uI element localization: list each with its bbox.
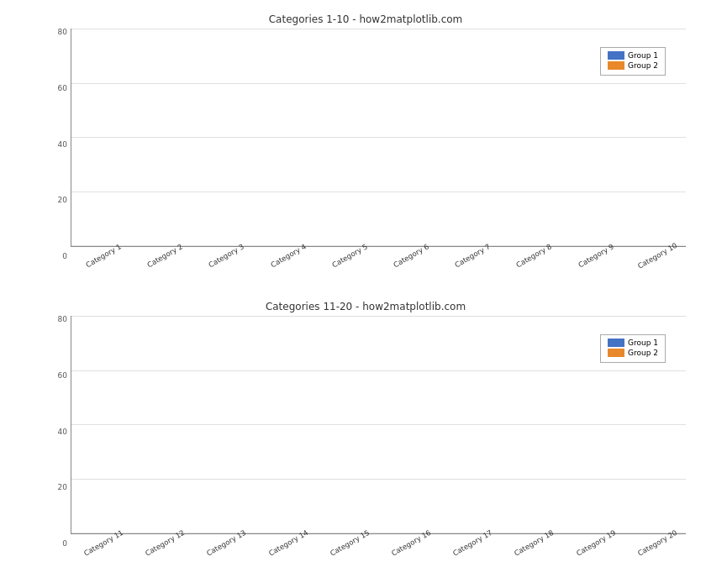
chart2-x-labels: Category 11Category 12Category 13Categor… [71,536,686,548]
chart2-legend-blue [608,339,624,347]
chart1-x-labels: Category 1Category 2Category 3Category 4… [71,249,686,260]
y-tick-80: 80 [45,316,67,323]
y-tick-60: 60 [45,85,67,92]
chart1-legend-orange [608,61,624,70]
chart1-legend-group1: Group 1 [608,51,658,60]
chart2-title: Categories 11-20 - how2matplotlib.com [266,301,466,312]
chart1-title: Categories 1-10 - how2matplotlib.com [269,13,463,25]
y-tick-20: 20 [45,484,67,491]
chart1-y-axis: 020406080 [45,29,71,260]
chart2-legend: Group 1 Group 2 [600,334,666,363]
charts-container: Categories 1-10 - how2matplotlib.com 020… [0,0,706,588]
chart2-legend-orange [608,349,624,357]
y-tick-0: 0 [45,253,67,260]
y-tick-40: 40 [45,428,67,436]
y-tick-80: 80 [45,29,67,36]
chart2-y-axis: 020406080 [45,316,71,548]
y-tick-0: 0 [45,540,67,548]
chart1-bars [71,29,686,246]
chart2-legend-group1-label: Group 1 [628,339,658,347]
y-tick-60: 60 [45,372,67,380]
chart2-bars [71,316,686,533]
chart2-legend-group1: Group 1 [608,339,658,347]
chart1-wrapper: Categories 1-10 - how2matplotlib.com 020… [3,7,703,294]
chart1-plot [71,29,686,247]
chart2-wrapper: Categories 11-20 - how2matplotlib.com 02… [3,294,703,581]
chart2-area: 020406080 Category 11Category 12Category… [45,316,686,548]
chart2-legend-group2-label: Group 2 [628,349,658,357]
chart1-legend-blue [608,51,624,60]
chart1-legend: Group 1 Group 2 [600,47,666,76]
chart1-legend-group2-label: Group 2 [628,61,658,70]
chart1-legend-group1-label: Group 1 [628,51,658,60]
chart2-legend-group2: Group 2 [608,349,658,357]
chart1-area: 020406080 Category 1Category 2Category 3… [45,29,686,260]
y-tick-40: 40 [45,141,67,149]
y-tick-20: 20 [45,197,67,204]
chart1-legend-group2: Group 2 [608,61,658,70]
chart2-plot [71,316,686,534]
